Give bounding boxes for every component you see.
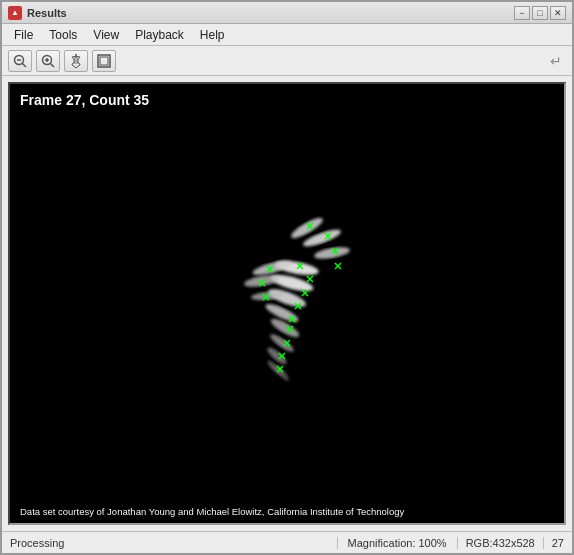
minimize-button[interactable]: −	[514, 6, 530, 20]
restore-button[interactable]: □	[532, 6, 548, 20]
title-bar: ▲ Results − □ ✕	[2, 2, 572, 24]
image-panel: Frame 27, Count 35	[8, 82, 566, 525]
main-window: ▲ Results − □ ✕ File Tools View Playback…	[0, 0, 574, 555]
scroll-indicator: ↵	[550, 53, 566, 69]
main-content: Frame 27, Count 35	[2, 76, 572, 531]
toolbar: ↵	[2, 46, 572, 76]
attribution-text: Data set courtesy of Jonathan Young and …	[20, 506, 554, 517]
status-frame-number: 27	[544, 537, 572, 549]
svg-line-6	[51, 63, 55, 67]
pan-icon	[68, 53, 84, 69]
close-button[interactable]: ✕	[550, 6, 566, 20]
menu-file[interactable]: File	[6, 26, 41, 44]
frame-label: Frame 27, Count 35	[20, 92, 149, 108]
pan-button[interactable]	[64, 50, 88, 72]
status-rgb: RGB:432x528	[458, 537, 544, 549]
menu-bar: File Tools View Playback Help	[2, 24, 572, 46]
svg-line-2	[23, 63, 27, 67]
zoom-in-icon	[41, 54, 55, 68]
bird-visualization	[177, 148, 397, 448]
fit-button[interactable]	[92, 50, 116, 72]
status-bar: Processing Magnification: 100% RGB:432x5…	[2, 531, 572, 553]
zoom-in-button[interactable]	[36, 50, 60, 72]
fit-icon	[97, 54, 111, 68]
svg-rect-8	[100, 57, 108, 65]
menu-view[interactable]: View	[85, 26, 127, 44]
menu-help[interactable]: Help	[192, 26, 233, 44]
zoom-out-button[interactable]	[8, 50, 32, 72]
zoom-out-icon	[13, 54, 27, 68]
status-magnification: Magnification: 100%	[338, 537, 458, 549]
menu-playback[interactable]: Playback	[127, 26, 192, 44]
app-icon: ▲	[8, 6, 22, 20]
title-buttons: − □ ✕	[514, 6, 566, 20]
menu-tools[interactable]: Tools	[41, 26, 85, 44]
status-processing: Processing	[2, 537, 338, 549]
window-title: Results	[27, 7, 514, 19]
